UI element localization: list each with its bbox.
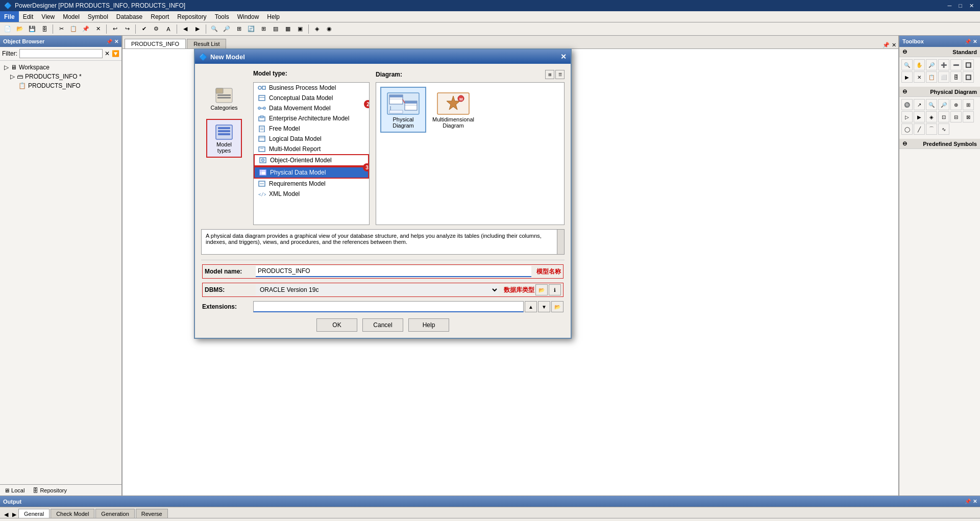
tool-standard-6[interactable]: 🔲	[963, 59, 974, 70]
toolbox-pin-icon[interactable]: 📌	[965, 39, 971, 44]
repository-tab[interactable]: 🗄 Repository	[29, 485, 71, 495]
save-all-btn[interactable]: 🗄	[39, 23, 50, 35]
filter-input[interactable]	[19, 49, 103, 58]
zoom-in-btn[interactable]: 🔍	[209, 23, 220, 35]
tool-phys-8[interactable]: ▶	[914, 111, 925, 122]
dbms-browse-btn[interactable]: 📂	[535, 284, 548, 295]
menu-repository[interactable]: Repository	[173, 11, 210, 22]
forward-btn[interactable]: ▶	[192, 23, 203, 35]
back-btn[interactable]: ◀	[180, 23, 191, 35]
output-pin-icon[interactable]: 📌	[965, 499, 971, 504]
model-item-xml[interactable]: </> XML Model	[254, 189, 369, 199]
tool-phys-4[interactable]: 🔎	[938, 99, 949, 110]
extra1-btn[interactable]: ◈	[311, 23, 323, 35]
save-btn[interactable]: 💾	[27, 23, 38, 35]
redo-btn[interactable]: ↪	[121, 23, 133, 35]
model-item-fm[interactable]: Free Model	[254, 123, 369, 134]
help-button[interactable]: Help	[408, 318, 449, 332]
bottom-tab-reverse[interactable]: Reverse	[136, 509, 168, 518]
tab-close-icon[interactable]: ✕	[892, 42, 896, 48]
undo-btn[interactable]: ↩	[109, 23, 120, 35]
cancel-button[interactable]: Cancel	[362, 318, 403, 332]
tool-phys-9[interactable]: ◈	[926, 111, 937, 122]
diagram-physical[interactable]: Physical Diagram	[380, 87, 426, 133]
copy-btn[interactable]: 📋	[68, 23, 79, 35]
extensions-browse-btn[interactable]: 📂	[551, 301, 564, 312]
tool-phys-2[interactable]: ↗	[914, 99, 925, 110]
filter-clear-icon[interactable]: ✕	[105, 50, 110, 57]
menu-file[interactable]: File	[0, 11, 19, 22]
menu-view[interactable]: View	[37, 11, 59, 22]
tool-standard-7[interactable]: ▶	[901, 71, 913, 83]
ok-button[interactable]: OK	[316, 318, 357, 332]
tool-phys-10[interactable]: ⊡	[938, 111, 949, 122]
menu-tools[interactable]: Tools	[211, 11, 233, 22]
open-btn[interactable]: 📂	[14, 23, 26, 35]
model-item-mmr[interactable]: Multi-Model Report	[254, 144, 369, 154]
menu-window[interactable]: Window	[233, 11, 263, 22]
delete-btn[interactable]: ✕	[92, 23, 104, 35]
tool-phys-7[interactable]: ▷	[901, 111, 913, 122]
model-item-dmm[interactable]: Data Movement Model 2	[254, 103, 369, 113]
extra2-btn[interactable]: ◉	[324, 23, 335, 35]
extensions-input[interactable]	[253, 301, 524, 312]
toolbox-standard-header[interactable]: ⊖ Standard	[899, 47, 980, 57]
dbms-info-btn[interactable]: ℹ	[549, 284, 561, 295]
model-item-rm[interactable]: Requirements Model	[254, 179, 369, 189]
view-grid-btn[interactable]: ⊞	[545, 70, 554, 79]
maximize-button[interactable]: □	[957, 3, 964, 9]
tool-phys-12[interactable]: ⊠	[963, 111, 974, 122]
tree-products-info-root[interactable]: ▷ 🗃 PRODUCTS_INFO *	[2, 72, 119, 81]
toolbox-predefined-header[interactable]: ⊖ Predefined Symbols	[899, 139, 980, 149]
tool-standard-3[interactable]: 🔎	[926, 59, 937, 70]
tree-products-info[interactable]: 📋 PRODUCTS_INFO	[2, 81, 119, 90]
model-item-cdm[interactable]: Conceptual Data Model	[254, 93, 369, 103]
browser-pin-icon[interactable]: 📌	[106, 39, 112, 44]
dbms-select[interactable]: ORACLE Version 19c	[256, 284, 499, 295]
bottom-tab-general[interactable]: General	[18, 509, 50, 518]
extensions-up-btn[interactable]: ▲	[525, 301, 537, 312]
view2-btn[interactable]: ▦	[282, 23, 293, 35]
generate-btn[interactable]: ⚙	[151, 23, 162, 35]
tool-standard-1[interactable]: 🔍	[901, 59, 913, 70]
view-list-btn[interactable]: ☰	[555, 70, 565, 79]
tool-phys-6[interactable]: ⊞	[963, 99, 974, 110]
menu-symbol[interactable]: Symbol	[84, 11, 112, 22]
refresh-btn[interactable]: 🔄	[246, 23, 257, 35]
tree-workspace[interactable]: ▷ 🖥 Workspace	[2, 63, 119, 72]
tool-phys-15[interactable]: ⌒	[926, 123, 937, 135]
extensions-down-btn[interactable]: ▼	[538, 301, 550, 312]
tool-standard-2[interactable]: ✋	[914, 59, 925, 70]
bottom-tab-generation[interactable]: Generation	[95, 509, 134, 518]
tool-standard-9[interactable]: 📋	[926, 71, 937, 83]
menu-database[interactable]: Database	[112, 11, 146, 22]
menu-report[interactable]: Report	[146, 11, 173, 22]
tab-pin-icon[interactable]: 📌	[883, 42, 890, 48]
tab-result-list[interactable]: Result List	[187, 39, 226, 48]
tool-phys-1[interactable]: 🔘	[901, 99, 913, 110]
toolbox-close-icon[interactable]: ✕	[973, 39, 977, 44]
new-model-dialog[interactable]: 🔷 New Model ✕ Model type: Diagram: ⊞ ☰	[194, 48, 572, 339]
menu-edit[interactable]: Edit	[19, 11, 38, 22]
tool-standard-12[interactable]: 🔲	[963, 71, 974, 83]
tool-phys-11[interactable]: ⊟	[950, 111, 962, 122]
close-button[interactable]: ✕	[967, 3, 976, 9]
model-types-btn[interactable]: Model types	[206, 119, 242, 158]
toolbox-physical-header[interactable]: ⊖ Physical Diagram	[899, 87, 980, 97]
model-item-bpm[interactable]: Business Process Model	[254, 83, 369, 93]
check-btn[interactable]: ✔	[138, 23, 150, 35]
diagram-multidimensional[interactable]: M Multidimensional Diagram	[430, 87, 476, 133]
text-btn[interactable]: A	[163, 23, 174, 35]
local-tab[interactable]: 🖥 Local	[0, 485, 29, 495]
model-name-input[interactable]	[256, 266, 531, 277]
tool-standard-5[interactable]: ➖	[950, 59, 962, 70]
tool-phys-3[interactable]: 🔍	[926, 99, 937, 110]
zoom-out-btn[interactable]: 🔎	[221, 23, 232, 35]
new-btn[interactable]: 📄	[2, 23, 13, 35]
tool-phys-16[interactable]: ∿	[938, 123, 949, 135]
bottom-scroll-right[interactable]: ▶	[10, 511, 18, 518]
grid-btn[interactable]: ⊞	[258, 23, 269, 35]
model-item-oom[interactable]: Object-Oriented Model	[254, 154, 369, 166]
menu-model[interactable]: Model	[59, 11, 84, 22]
model-item-eam[interactable]: Enterprise Architecture Model	[254, 113, 369, 123]
